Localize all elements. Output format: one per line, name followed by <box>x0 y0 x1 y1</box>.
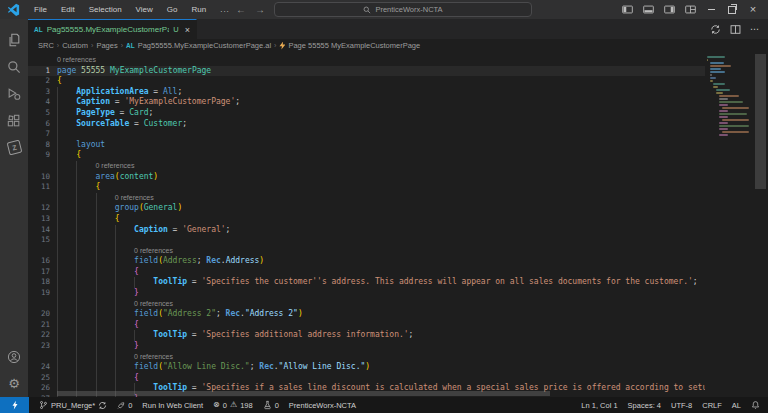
code-line-3[interactable]: 3ApplicationArea = All; <box>28 87 705 98</box>
code-line-24[interactable]: 24field("Allow Line Disc."; Rec."Allow L… <box>28 362 705 373</box>
line-number[interactable]: 14 <box>28 225 50 236</box>
line-number[interactable]: 13 <box>28 214 50 225</box>
more-actions-icon[interactable]: ⋯ <box>750 24 760 34</box>
line-number[interactable]: 15 <box>28 235 50 246</box>
vertical-scrollbar[interactable] <box>753 52 768 397</box>
indentation-status[interactable]: Spaces: 4 <box>628 401 661 410</box>
encoding-status[interactable]: UTF-8 <box>671 401 692 410</box>
code-line-23[interactable]: 23} <box>28 341 705 352</box>
al-object-designer-icon[interactable]: Z <box>0 134 28 161</box>
git-branch-item[interactable]: PRU_Merge* <box>39 400 107 410</box>
line-number[interactable]: 2 <box>28 76 50 87</box>
account-icon[interactable] <box>0 343 28 370</box>
codelens-references[interactable]: 0 references <box>28 161 705 172</box>
line-number[interactable]: 22 <box>28 330 50 341</box>
line-number[interactable]: 5 <box>28 108 50 119</box>
code-line-10[interactable]: 10area(content) <box>28 172 705 183</box>
code-line-1[interactable]: 1page 55555 MyExampleCustomerPage <box>28 66 705 77</box>
line-number[interactable]: 17 <box>28 267 50 278</box>
code-line-9[interactable]: 9{ <box>28 150 705 161</box>
menu-[interactable]: ... <box>213 5 237 14</box>
breadcrumb-item[interactable]: Custom <box>62 41 88 50</box>
line-number[interactable]: 9 <box>28 150 50 161</box>
settings-gear-icon[interactable]: ⚙ <box>0 370 28 397</box>
code-line-19[interactable]: 19} <box>28 288 705 299</box>
code-line-4[interactable]: 4Caption = 'MyExampleCustomerPage'; <box>28 97 705 108</box>
line-number[interactable]: 20 <box>28 309 50 320</box>
line-number[interactable]: 21 <box>28 320 50 331</box>
notifications-bell-icon[interactable] <box>751 400 760 410</box>
code-line-13[interactable]: 13{ <box>28 214 705 225</box>
code-line-20[interactable]: 20field("Address 2"; Rec."Address 2") <box>28 309 705 320</box>
code-line-8[interactable]: 8layout <box>28 140 705 151</box>
problems-item[interactable]: ⊗ 0 ⚠ 198 <box>213 401 253 410</box>
breadcrumb-item[interactable]: SRC <box>38 41 54 50</box>
codelens-references[interactable]: 0 references <box>28 246 705 257</box>
codelens-references[interactable]: 0 references <box>28 352 705 363</box>
sync-changes-icon[interactable] <box>710 24 721 35</box>
cursor-position[interactable]: Ln 1, Col 1 <box>581 401 617 410</box>
codelens-references[interactable]: 0 references <box>28 299 705 310</box>
breadcrumb-item[interactable]: Pages <box>96 41 117 50</box>
code-line-17[interactable]: 17{ <box>28 267 705 278</box>
code-line-6[interactable]: 6SourceTable = Customer; <box>28 119 705 130</box>
code-line-14[interactable]: 14Caption = 'General'; <box>28 225 705 236</box>
explorer-icon[interactable] <box>0 26 28 53</box>
code-line-16[interactable]: 16field(Address; Rec.Address) <box>28 256 705 267</box>
minimize-button[interactable] <box>705 4 717 16</box>
close-button[interactable]: × <box>747 4 759 16</box>
line-number[interactable]: 24 <box>28 362 50 373</box>
toggle-primary-sidebar-icon[interactable] <box>621 4 633 16</box>
menu-view[interactable]: View <box>129 5 160 14</box>
line-number[interactable]: 10 <box>28 172 50 183</box>
line-number[interactable]: 7 <box>28 129 50 140</box>
menu-selection[interactable]: Selection <box>82 5 129 14</box>
code-line-2[interactable]: 2{ <box>28 76 705 87</box>
menu-run[interactable]: Run <box>184 5 213 14</box>
line-number[interactable]: 25 <box>28 373 50 384</box>
customize-layout-icon[interactable] <box>684 4 696 16</box>
workspace-status[interactable]: PrenticeWorx-NCTA <box>289 401 356 410</box>
tab-pag55555[interactable]: AL Pag55555.MyExampleCustomerPage.al U × <box>28 19 197 39</box>
test-counter-item[interactable]: 0 <box>263 400 279 410</box>
line-number[interactable]: 6 <box>28 119 50 130</box>
code-line-22[interactable]: 22ToolTip = 'Specifies additional addres… <box>28 330 705 341</box>
code-line-7[interactable]: 7 <box>28 129 705 140</box>
run-debug-icon[interactable] <box>0 80 28 107</box>
horizontal-scrollbar-thumb[interactable] <box>57 391 550 396</box>
split-editor-icon[interactable] <box>730 24 741 35</box>
line-number[interactable]: 1 <box>28 66 50 77</box>
line-number[interactable]: 18 <box>28 277 50 288</box>
codelens-references[interactable]: 0 references <box>28 193 705 204</box>
toggle-secondary-sidebar-icon[interactable] <box>663 4 675 16</box>
forward-icon[interactable]: → <box>255 5 265 15</box>
restore-button[interactable] <box>726 4 738 16</box>
tab-close-icon[interactable]: × <box>185 25 190 35</box>
language-mode[interactable]: AL <box>732 401 741 410</box>
horizontal-scrollbar[interactable] <box>28 389 705 397</box>
search-sidebar-icon[interactable] <box>0 53 28 80</box>
breadcrumb-item[interactable]: Page 55555 MyExampleCustomerPage <box>288 41 420 50</box>
code-line-12[interactable]: 12group(General) <box>28 203 705 214</box>
menu-file[interactable]: File <box>27 5 54 14</box>
menu-edit[interactable]: Edit <box>54 5 82 14</box>
breadcrumb-item[interactable]: Pag55555.MyExampleCustomerPage.al <box>138 41 271 50</box>
codelens-references[interactable]: 0 references <box>28 55 705 66</box>
command-center-search[interactable]: PrenticeWorx-NCTA <box>274 2 532 17</box>
code-line-15[interactable]: 15 <box>28 235 705 246</box>
line-number[interactable]: 4 <box>28 97 50 108</box>
vertical-scrollbar-thumb[interactable] <box>755 54 766 189</box>
minimap[interactable] <box>705 52 753 397</box>
toggle-panel-icon[interactable] <box>642 4 654 16</box>
code-line-18[interactable]: 18ToolTip = 'Specifies the customer''s a… <box>28 277 705 288</box>
line-number[interactable]: 11 <box>28 182 50 193</box>
run-in-web-client[interactable]: Run In Web Client <box>142 401 203 410</box>
line-number[interactable]: 12 <box>28 203 50 214</box>
back-icon[interactable]: ← <box>236 5 246 15</box>
code-line-25[interactable]: 25{ <box>28 373 705 384</box>
extensions-icon[interactable] <box>0 107 28 134</box>
menu-go[interactable]: Go <box>160 5 185 14</box>
rocket-counter-item[interactable]: 0 <box>117 401 132 410</box>
line-number[interactable]: 23 <box>28 341 50 352</box>
code-line-21[interactable]: 21{ <box>28 320 705 331</box>
